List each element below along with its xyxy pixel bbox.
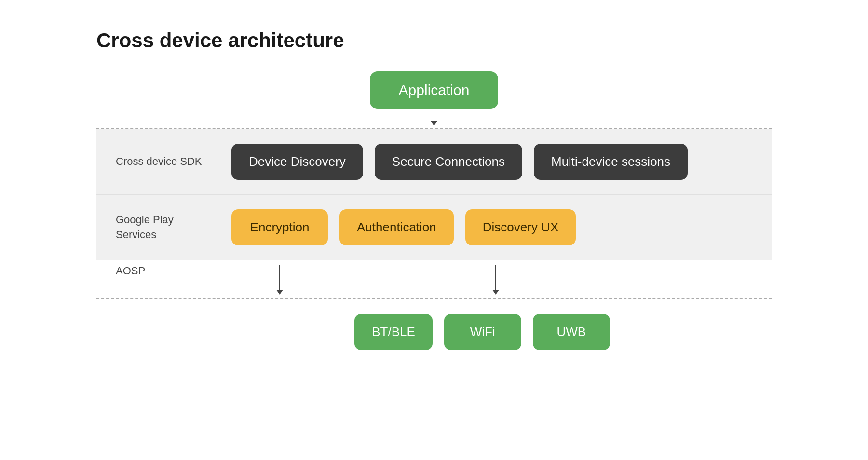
bottom-wifi: WiFi xyxy=(444,314,521,350)
arrow-1-head xyxy=(276,290,283,295)
aosp-section: AOSP xyxy=(96,260,772,298)
play-items: Encryption Authentication Discovery UX xyxy=(231,209,752,245)
sdk-item-device-discovery: Device Discovery xyxy=(231,144,363,180)
play-item-discovery-ux: Discovery UX xyxy=(465,209,576,245)
app-row: Application xyxy=(96,71,772,109)
sdk-band: Cross device SDK Device Discovery Secure… xyxy=(96,129,772,194)
play-label: Google Play Services xyxy=(116,213,203,243)
page-title: Cross device architecture xyxy=(96,29,772,52)
diagram-container: Cross device architecture Application Cr… xyxy=(96,29,772,350)
arrow-2-container xyxy=(448,265,544,298)
aosp-label: AOSP xyxy=(116,265,203,277)
play-item-encryption: Encryption xyxy=(231,209,328,245)
bottom-uwb: UWB xyxy=(533,314,610,350)
sdk-item-secure-connections: Secure Connections xyxy=(375,144,522,180)
sdk-label: Cross device SDK xyxy=(116,154,203,169)
sdk-items: Device Discovery Secure Connections Mult… xyxy=(231,144,752,180)
arrow-2-line xyxy=(495,265,496,290)
arrow-1-container xyxy=(231,265,328,298)
bottom-bt-ble: BT/BLE xyxy=(354,314,433,350)
bottom-nodes: BT/BLE WiFi UWB xyxy=(96,314,772,350)
aosp-arrows xyxy=(231,265,544,298)
application-box: Application xyxy=(370,71,499,109)
arrow-spacer-1 xyxy=(339,265,436,298)
arrow-1-line xyxy=(279,265,280,290)
play-item-authentication: Authentication xyxy=(339,209,454,245)
arrow-line xyxy=(434,112,434,125)
arrow-2-head xyxy=(492,290,499,295)
play-band: Google Play Services Encryption Authenti… xyxy=(96,195,772,260)
bottom-dashed-line xyxy=(96,298,772,299)
sdk-item-multi-device: Multi-device sessions xyxy=(534,144,688,180)
app-arrow-down xyxy=(96,109,772,128)
